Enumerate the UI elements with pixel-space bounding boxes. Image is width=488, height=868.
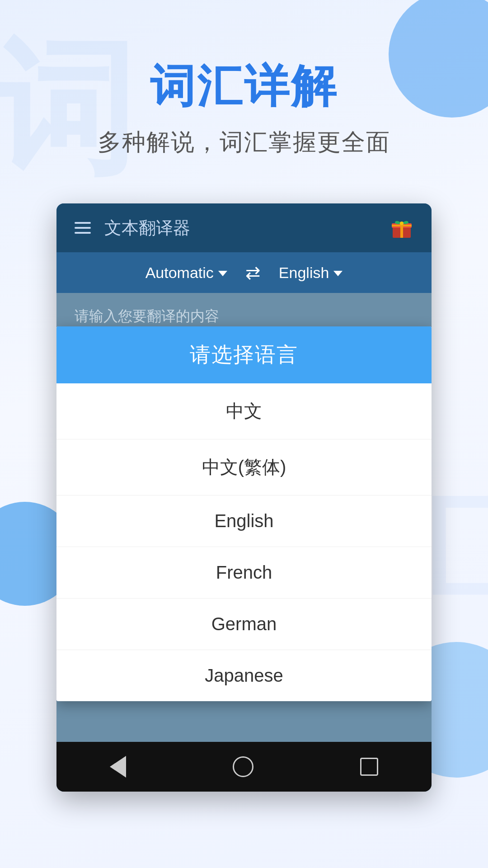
toolbar-left: 文本翻译器 bbox=[75, 217, 190, 240]
recents-button[interactable] bbox=[360, 758, 378, 776]
app-container: 文本翻译器 Automatic ⇄ English 请输入您要翻译的内容 bbox=[56, 203, 432, 792]
dialog-overlay: 请选择语言 中文中文(繁体)EnglishFrenchGermanJapanes… bbox=[56, 326, 432, 701]
dialog-item[interactable]: French bbox=[56, 547, 432, 599]
page-header: 词汇详解 多种解说，词汇掌握更全面 bbox=[0, 0, 488, 185]
source-lang-label: Automatic bbox=[145, 264, 214, 282]
dialog-body: 中文中文(繁体)EnglishFrenchGermanJapanese bbox=[56, 383, 432, 701]
input-placeholder: 请输入您要翻译的内容 bbox=[75, 308, 219, 324]
dialog-item[interactable]: English bbox=[56, 495, 432, 547]
swap-icon[interactable]: ⇄ bbox=[245, 262, 261, 283]
home-button[interactable] bbox=[233, 756, 253, 777]
page-subtitle: 多种解说，词汇掌握更全面 bbox=[27, 127, 461, 158]
target-lang-button[interactable]: English bbox=[279, 264, 343, 282]
back-button[interactable] bbox=[110, 756, 126, 778]
target-lang-chevron-icon bbox=[333, 271, 343, 276]
dialog-title: 请选择语言 bbox=[190, 343, 298, 366]
lang-selector-bar: Automatic ⇄ English bbox=[56, 252, 432, 293]
hamburger-icon[interactable] bbox=[75, 222, 91, 234]
dialog-header: 请选择语言 bbox=[56, 326, 432, 383]
input-area[interactable]: 请输入您要翻译的内容 bbox=[56, 293, 432, 326]
page-title: 词汇详解 bbox=[27, 59, 461, 113]
nav-bar bbox=[56, 742, 432, 792]
dialog-item[interactable]: Japanese bbox=[56, 650, 432, 701]
app-toolbar: 文本翻译器 bbox=[56, 203, 432, 252]
source-lang-button[interactable]: Automatic bbox=[145, 264, 227, 282]
dialog-item[interactable]: 中文(繁体) bbox=[56, 439, 432, 495]
source-lang-chevron-icon bbox=[218, 271, 227, 276]
dialog-item[interactable]: German bbox=[56, 599, 432, 650]
dialog-item[interactable]: 中文 bbox=[56, 383, 432, 439]
language-dialog: 请选择语言 中文中文(繁体)EnglishFrenchGermanJapanes… bbox=[56, 326, 432, 701]
toolbar-title: 文本翻译器 bbox=[104, 217, 190, 240]
target-lang-label: English bbox=[279, 264, 329, 282]
svg-point-4 bbox=[400, 222, 404, 225]
gift-icon[interactable] bbox=[390, 216, 413, 240]
